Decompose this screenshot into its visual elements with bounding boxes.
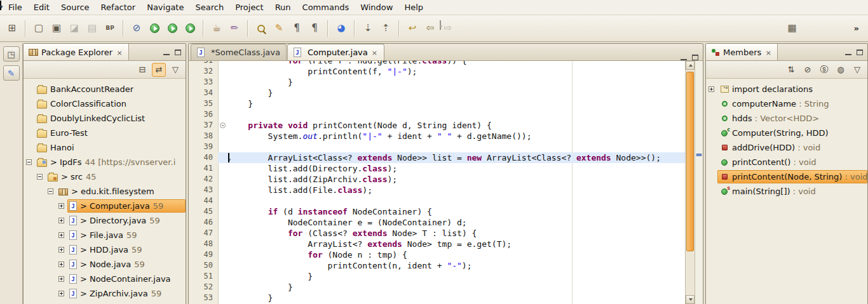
line-number-36[interactable]: 36 xyxy=(189,109,218,120)
line-number-35[interactable]: 35 xyxy=(189,98,218,109)
code-line-32[interactable]: 32 printContent(f, "|-"); xyxy=(189,66,685,77)
tree-expander-icon[interactable] xyxy=(58,291,64,296)
overview-cursor-marker[interactable] xyxy=(696,154,702,156)
member-import-declarations[interactable]: import declarations xyxy=(706,82,867,96)
build-project-icon[interactable]: BP xyxy=(102,20,118,37)
member-printcontent[interactable]: printContent() : void xyxy=(706,155,867,169)
run-icon[interactable] xyxy=(164,20,180,37)
line-number-42[interactable]: 42 xyxy=(189,174,218,185)
tree-item-ipdfs[interactable]: >IpdFs44 [https://svnserver.i xyxy=(24,155,186,169)
maximize-view-icon[interactable] xyxy=(857,50,863,55)
collapse-all-icon[interactable]: ⊟ xyxy=(135,63,149,77)
menu-item-help[interactable]: Help xyxy=(398,1,429,14)
hide-fields-icon[interactable]: ⊘ xyxy=(801,63,815,77)
line-number-47[interactable]: 47 xyxy=(189,228,218,239)
member-printcontent-node-string[interactable]: printContent(Node, String) : void xyxy=(706,169,867,184)
line-number-44[interactable]: 44 xyxy=(189,195,218,206)
tree-expander-icon[interactable] xyxy=(58,261,64,267)
line-number-48[interactable]: 48 xyxy=(189,239,218,249)
menu-item-file[interactable]: File xyxy=(3,1,28,14)
line-number-53[interactable]: 53 xyxy=(189,293,218,303)
restore-views-icon[interactable]: ◳ xyxy=(3,46,20,62)
show-whitespace-icon[interactable]: ¶ xyxy=(288,20,305,37)
member-computer-string-hdd[interactable]: cComputer(String, HDD) xyxy=(706,126,867,140)
link-with-editor-icon[interactable]: ⇄ xyxy=(152,63,166,77)
editor-presentation-icon[interactable]: ▦ xyxy=(784,20,801,37)
mark-occurrences-icon[interactable]: ✎ xyxy=(271,20,287,37)
tree-item-directory-java[interactable]: >Directory.java59 xyxy=(24,213,186,228)
tree-item-node-java[interactable]: >Node.java59 xyxy=(24,257,186,272)
tree-item-euro-test[interactable]: Euro-Test xyxy=(24,126,186,140)
tree-expander-icon[interactable] xyxy=(37,174,43,180)
menu-item-window[interactable]: Window xyxy=(355,1,398,14)
dropdown-caret-icon[interactable] xyxy=(440,20,441,30)
tree-expander-icon[interactable] xyxy=(58,218,64,223)
hide-static-icon[interactable]: ⓢ xyxy=(817,63,831,77)
line-number-38[interactable]: 38 xyxy=(189,131,218,142)
dropdown-caret-icon[interactable] xyxy=(0,1,1,10)
code-line-37[interactable]: 37 private void printContent(Node d, Str… xyxy=(189,120,685,131)
line-number-52[interactable]: 52 xyxy=(189,282,218,293)
open-resource-icon[interactable]: ▣ xyxy=(48,20,65,37)
code-editor[interactable]: 31 for (File f : hdd.get(File.class)) {3… xyxy=(189,61,703,304)
line-number-45[interactable]: 45 xyxy=(189,206,218,217)
code-line-38[interactable]: 38 System.out.println("|-" + ident + " "… xyxy=(189,131,685,142)
scroll-up-icon[interactable] xyxy=(686,61,695,70)
code-line-52[interactable]: 52 } xyxy=(189,282,685,293)
menu-item-source[interactable]: Source xyxy=(55,1,95,14)
tree-item-ziparchiv-java[interactable]: >ZipArchiv.java59 xyxy=(24,286,186,301)
tree-item-nodecontainer-java[interactable]: >NodeContainer.java xyxy=(24,272,186,286)
tree-item-edu-kit-filesystem[interactable]: >edu.kit.filesystem xyxy=(24,184,186,199)
line-number-41[interactable]: 41 xyxy=(189,163,218,174)
code-line-51[interactable]: 51 } xyxy=(189,271,685,282)
forward-icon[interactable]: ⇨ xyxy=(440,20,456,37)
code-line-44[interactable]: 44 xyxy=(189,195,685,206)
tree-item-bankaccountreader[interactable]: BankAccountReader xyxy=(24,82,186,96)
menu-item-run[interactable]: Run xyxy=(269,1,297,14)
block-selection-icon[interactable]: ¶ xyxy=(306,20,323,37)
member-adddrive-hdd[interactable]: addDrive(HDD) : void xyxy=(706,140,867,155)
tree-expander-icon[interactable] xyxy=(58,276,64,282)
code-line-48[interactable]: 48 ArrayList<? extends Node> tmp = e.get… xyxy=(189,239,685,249)
code-line-34[interactable]: 34 } xyxy=(189,88,685,98)
line-number-50[interactable]: 50 xyxy=(189,260,218,271)
minimize-view-icon[interactable] xyxy=(845,50,851,55)
menu-item-project[interactable]: Project xyxy=(229,1,269,14)
tree-expander-icon[interactable] xyxy=(48,188,53,194)
search-icon[interactable] xyxy=(253,20,269,37)
last-edit-location-icon[interactable]: ↩ xyxy=(404,20,421,37)
maximize-view-icon[interactable] xyxy=(175,50,181,55)
new-wizard-icon[interactable]: ⊞ xyxy=(4,20,20,37)
next-annotation-icon[interactable]: ⇣ xyxy=(360,20,376,37)
menu-item-commands[interactable]: Commands xyxy=(297,1,355,14)
code-line-33[interactable]: 33 } xyxy=(189,77,685,88)
close-view-icon[interactable] xyxy=(116,48,123,57)
tree-item-src[interactable]: >src45 xyxy=(24,169,186,184)
line-number-40[interactable]: 40 xyxy=(189,152,218,163)
scroll-down-icon[interactable] xyxy=(686,295,695,304)
close-tab-icon[interactable] xyxy=(371,48,378,57)
line-number-49[interactable]: 49 xyxy=(189,249,218,260)
code-line-36[interactable]: 36 xyxy=(189,109,685,120)
print-icon[interactable]: ▤ xyxy=(84,20,100,37)
tree-item-file-java[interactable]: >File.java59 xyxy=(24,228,186,242)
minimize-editor-icon[interactable] xyxy=(681,55,687,60)
code-line-39[interactable]: 39 xyxy=(189,142,685,152)
tree-expander-icon[interactable] xyxy=(58,203,64,209)
code-line-45[interactable]: 45 if (d instanceof NodeContainer) { xyxy=(189,206,685,217)
line-number-34[interactable]: 34 xyxy=(189,88,218,98)
tree-item-hdd-java[interactable]: >HDD.java59 xyxy=(24,242,186,257)
toolbar-overflow-chevron[interactable]: » xyxy=(854,23,859,33)
tree-expander-icon[interactable] xyxy=(58,247,64,253)
open-type-icon[interactable]: ▢ xyxy=(31,20,47,37)
tree-item-colorclassification[interactable]: ColorClassification xyxy=(24,96,186,111)
editor-tab-someclass-java[interactable]: *SomeClass.java xyxy=(191,44,287,60)
code-line-50[interactable]: 50 printContent(n, ident + "-"); xyxy=(189,260,685,271)
menu-item-refactor[interactable]: Refactor xyxy=(95,1,142,14)
line-number-51[interactable]: 51 xyxy=(189,271,218,282)
tree-item-doublylinkedcycliclist[interactable]: DoublyLinkedCyclicList xyxy=(24,111,186,126)
editor-tab-computer-java[interactable]: Computer.java xyxy=(287,44,384,60)
save-icon[interactable]: ◪ xyxy=(66,20,83,37)
code-line-49[interactable]: 49 for (Node n : tmp) { xyxy=(189,249,685,260)
code-line-41[interactable]: 41 list.add(Directory.class); xyxy=(189,163,685,174)
